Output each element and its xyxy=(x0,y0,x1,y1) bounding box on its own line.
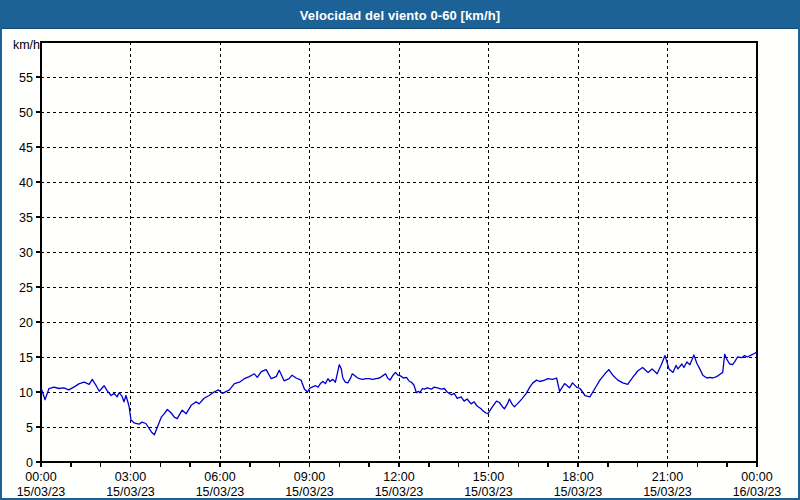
wind-speed-chart: 051015202530354045505500:0015/03/2303:00… xyxy=(2,29,798,498)
y-tick-label: 30 xyxy=(19,246,33,260)
y-axis-unit-label: km/h xyxy=(6,38,40,52)
y-axis-labels: 0510152025303540455055 xyxy=(19,71,33,470)
x-tick-time-label: 00:00 xyxy=(25,470,56,484)
y-tick-label: 35 xyxy=(19,211,33,225)
y-tick-label: 15 xyxy=(19,351,33,365)
y-tick-label: 45 xyxy=(19,141,33,155)
x-tick-date-label: 15/03/23 xyxy=(285,485,334,498)
x-tick-date-label: 15/03/23 xyxy=(643,485,692,498)
y-tick-label: 20 xyxy=(19,316,33,330)
wind-speed-window: { "window": { "title": "Velocidad del vi… xyxy=(0,0,800,500)
x-tick-time-label: 18:00 xyxy=(562,470,593,484)
y-tick-label: 0 xyxy=(26,456,33,470)
window-title: Velocidad del viento 0-60 [km/h] xyxy=(300,8,500,23)
x-axis-labels: 00:0015/03/2303:0015/03/2306:0015/03/230… xyxy=(17,470,782,498)
x-tick-time-label: 12:00 xyxy=(383,470,414,484)
x-tick-date-label: 16/03/23 xyxy=(733,485,782,498)
x-tick-date-label: 15/03/23 xyxy=(554,485,603,498)
y-tick-label: 55 xyxy=(19,71,33,85)
x-tick-date-label: 15/03/23 xyxy=(106,485,155,498)
x-tick-time-label: 21:00 xyxy=(652,470,683,484)
y-tick-label: 50 xyxy=(19,106,33,120)
y-tick-label: 5 xyxy=(26,421,33,435)
x-tick-time-label: 00:00 xyxy=(741,470,772,484)
x-tick-time-label: 09:00 xyxy=(294,470,325,484)
x-tick-date-label: 15/03/23 xyxy=(464,485,513,498)
x-tick-time-label: 03:00 xyxy=(115,470,146,484)
x-tick-date-label: 15/03/23 xyxy=(375,485,424,498)
y-tick-label: 10 xyxy=(19,386,33,400)
chart-area: km/h 051015202530354045505500:0015/03/23… xyxy=(2,29,798,498)
y-tick-label: 40 xyxy=(19,176,33,190)
x-tick-date-label: 15/03/23 xyxy=(196,485,245,498)
y-tick-label: 25 xyxy=(19,281,33,295)
x-tick-time-label: 06:00 xyxy=(204,470,235,484)
title-bar: Velocidad del viento 0-60 [km/h] xyxy=(2,2,798,29)
x-tick-time-label: 15:00 xyxy=(473,470,504,484)
x-tick-date-label: 15/03/23 xyxy=(17,485,66,498)
